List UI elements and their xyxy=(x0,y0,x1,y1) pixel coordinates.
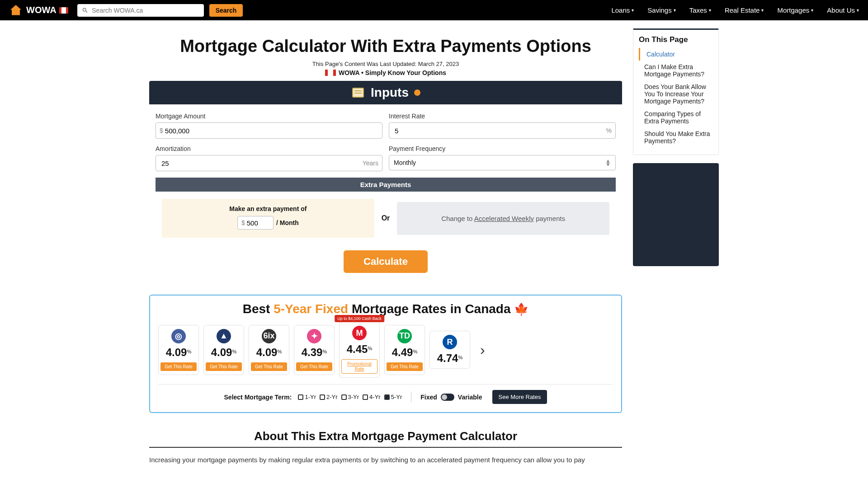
checkbox-icon xyxy=(363,394,368,400)
extra-payments-header: Extra Payments xyxy=(156,178,616,192)
canada-flag-icon xyxy=(59,7,68,14)
lender-logo-icon: ▲ xyxy=(217,329,231,343)
caret-down-icon: ▾ xyxy=(761,8,764,13)
interest-rate-input[interactable] xyxy=(393,127,606,135)
rate-card[interactable]: TD4.49%Get This Rate xyxy=(384,325,425,375)
caret-down-icon: ▾ xyxy=(811,8,813,13)
nav-mortgages[interactable]: Mortgages▾ xyxy=(777,6,813,14)
get-rate-button[interactable]: Get This Rate xyxy=(296,362,332,371)
get-rate-button[interactable]: Get This Rate xyxy=(160,362,197,371)
get-rate-button[interactable]: Promotional Rate xyxy=(341,359,377,374)
toc: On This Page CalculatorCan I Make Extra … xyxy=(633,28,719,155)
see-more-rates-button[interactable]: See More Rates xyxy=(492,390,547,404)
rate-card[interactable]: ◎4.09%Get This Rate xyxy=(158,325,199,375)
term-option-2-yr[interactable]: 2-Yr xyxy=(320,394,338,400)
checkbox-icon xyxy=(298,394,303,400)
about-text: Increasing your mortgage payments by mak… xyxy=(149,455,622,465)
canada-flag-icon xyxy=(325,70,336,76)
brand-name[interactable]: WOWA xyxy=(26,5,57,15)
lender-logo-icon: ◎ xyxy=(171,329,186,343)
toc-item[interactable]: Should You Make Extra Payments? xyxy=(639,127,713,147)
ad-placeholder xyxy=(633,163,719,266)
lender-logo-icon: M xyxy=(352,326,367,340)
checkbox-icon xyxy=(320,394,325,400)
tagline: WOWA • Simply Know Your Options xyxy=(149,69,622,76)
toc-heading: On This Page xyxy=(639,35,713,44)
toc-item[interactable]: Comparing Types of Extra Payments xyxy=(639,108,713,127)
term-option-3-yr[interactable]: 3-Yr xyxy=(341,394,359,400)
nav-taxes[interactable]: Taxes▾ xyxy=(689,6,711,14)
dot-icon xyxy=(414,89,420,96)
rate-cards: ◎4.09%Get This Rate▲4.09%Get This Rate6i… xyxy=(158,322,613,378)
nav-savings[interactable]: Savings▾ xyxy=(647,6,675,14)
term-option-5-yr[interactable]: 5-Yr xyxy=(384,394,402,400)
term-option-1-yr[interactable]: 1-Yr xyxy=(298,394,316,400)
extra-payment-box: Make an extra payment of $ / Month xyxy=(162,199,374,238)
search-button[interactable]: Search xyxy=(209,4,243,17)
toc-item[interactable]: Calculator xyxy=(639,48,713,61)
toc-item[interactable]: Can I Make Extra Mortgage Payments? xyxy=(639,61,713,80)
caret-down-icon: ▾ xyxy=(632,8,634,13)
lender-logo-icon: R xyxy=(443,335,457,349)
search-box[interactable] xyxy=(77,4,204,17)
rate-card[interactable]: ▲4.09%Get This Rate xyxy=(203,325,244,375)
term-option-4-yr[interactable]: 4-Yr xyxy=(363,394,381,400)
interest-rate-field: Interest Rate % xyxy=(389,113,616,139)
get-rate-button[interactable]: Get This Rate xyxy=(387,362,423,371)
payment-frequency-select[interactable]: Monthly ▲▼ xyxy=(389,155,616,170)
checkbox-icon xyxy=(341,394,347,400)
mortgage-amount-input[interactable] xyxy=(163,127,378,135)
toc-item[interactable]: Does Your Bank Allow You To Increase You… xyxy=(639,80,713,108)
rates-panel: Best 5-Year Fixed Mortgage Rates in Cana… xyxy=(149,295,622,413)
next-arrow-icon[interactable]: › xyxy=(480,342,485,358)
updown-icon: ▲▼ xyxy=(605,159,611,166)
term-row: Select Mortgage Term: 1-Yr2-Yr3-Yr4-Yr5-… xyxy=(158,384,613,404)
rate-card[interactable]: 6ix4.09%Get This Rate xyxy=(249,325,289,375)
page-title: Mortgage Calculator With Extra Payments … xyxy=(149,37,622,56)
search-input[interactable] xyxy=(92,7,199,14)
lender-logo-icon: ✦ xyxy=(307,329,321,343)
last-updated: This Page's Content Was Last Updated: Ma… xyxy=(149,61,622,67)
amortization-input[interactable] xyxy=(160,160,363,167)
payment-frequency-field: Payment Frequency Monthly ▲▼ xyxy=(389,145,616,171)
amortization-field: Amortization Years xyxy=(156,145,382,171)
rate-card[interactable]: ✦4.39%Get This Rate xyxy=(294,325,335,375)
nav-loans[interactable]: Loans▾ xyxy=(611,6,634,14)
mortgage-amount-field: Mortgage Amount $ xyxy=(156,113,382,139)
accelerated-box[interactable]: Change to Accelerated Weekly payments xyxy=(397,202,609,235)
accelerated-link[interactable]: Accelerated Weekly xyxy=(474,215,534,222)
cashback-badge: Up to $4,100 Cash Back xyxy=(335,315,384,322)
get-rate-button[interactable]: Get This Rate xyxy=(251,362,287,371)
fixed-variable-toggle[interactable] xyxy=(441,394,454,401)
search-icon xyxy=(82,7,89,14)
checkbox-icon xyxy=(384,394,390,400)
inputs-panel: Inputs Mortgage Amount $ Interest Rate xyxy=(149,81,622,283)
calculate-button[interactable]: Calculate xyxy=(344,250,428,273)
get-rate-button[interactable]: Get This Rate xyxy=(206,362,242,371)
nav-about-us[interactable]: About Us▾ xyxy=(827,6,859,14)
about-title: About This Extra Mortgage Payment Calcul… xyxy=(149,429,622,448)
inputs-header: Inputs xyxy=(149,81,622,104)
caret-down-icon: ▾ xyxy=(674,8,676,13)
lender-logo-icon: 6ix xyxy=(262,329,276,343)
header: WOWA Search Loans▾Savings▾Taxes▾Real Est… xyxy=(0,0,868,20)
caret-down-icon: ▾ xyxy=(709,8,711,13)
rate-card[interactable]: R4.74% xyxy=(429,331,470,369)
inputs-icon xyxy=(351,85,365,100)
or-label: Or xyxy=(382,214,390,222)
lender-logo-icon: TD xyxy=(397,329,412,343)
rates-title: Best 5-Year Fixed Mortgage Rates in Cana… xyxy=(158,302,613,316)
nav-real-estate[interactable]: Real Estate▾ xyxy=(725,6,764,14)
logo-icon xyxy=(9,4,23,17)
maple-leaf-icon: 🍁 xyxy=(514,302,528,316)
rate-card[interactable]: Up to $4,100 Cash BackM4.45%Promotional … xyxy=(339,322,380,378)
main-nav: Loans▾Savings▾Taxes▾Real Estate▾Mortgage… xyxy=(611,6,859,14)
caret-down-icon: ▾ xyxy=(857,8,859,13)
